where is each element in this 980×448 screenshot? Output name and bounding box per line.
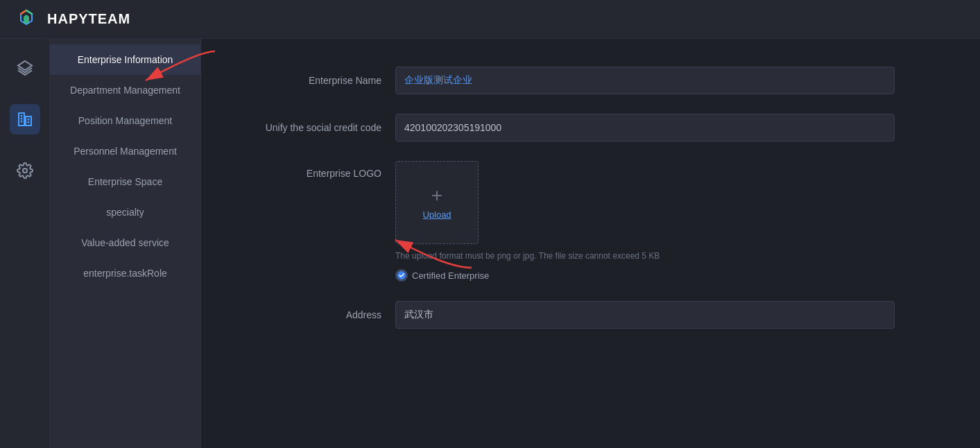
certified-row: Certified Enterprise (395, 269, 660, 282)
main-content: Enterprise Name Unify the social credit … (201, 39, 980, 448)
nav-sidebar: Enterprise Information Department Manage… (50, 39, 201, 448)
header: HAPYTEAM (0, 0, 980, 39)
certified-text: Certified Enterprise (412, 270, 489, 281)
address-row: Address (243, 301, 938, 329)
upload-plus-icon: + (431, 186, 442, 205)
credit-code-label: Unify the social credit code (243, 122, 395, 133)
enterprise-name-label: Enterprise Name (243, 75, 395, 86)
app-title: HAPYTEAM (47, 11, 130, 27)
address-input[interactable] (395, 301, 895, 329)
credit-code-input[interactable] (395, 114, 895, 141)
credit-code-row: Unify the social credit code (243, 114, 938, 141)
nav-item-value-added[interactable]: Value-added service (50, 227, 200, 258)
address-label: Address (243, 309, 395, 320)
nav-item-personnel-mgmt[interactable]: Personnel Management (50, 136, 200, 166)
sidebar-icon-settings[interactable] (10, 155, 40, 186)
certified-check-icon (395, 269, 408, 282)
logo-label: Enterprise LOGO (243, 161, 395, 179)
logo-icon (14, 7, 39, 32)
upload-area[interactable]: + Upload (395, 161, 479, 244)
upload-text[interactable]: Upload (422, 209, 451, 220)
logo-upload-container: + Upload The upload format must be png o… (395, 161, 660, 282)
nav-item-pos-mgmt[interactable]: Position Management (50, 105, 200, 136)
nav-item-specialty[interactable]: specialty (50, 197, 200, 227)
enterprise-name-input[interactable] (395, 67, 895, 94)
nav-item-enterprise-info[interactable]: Enterprise Information (50, 44, 200, 75)
nav-item-enterprise-space[interactable]: Enterprise Space (50, 166, 200, 197)
sidebar-icon-building[interactable] (10, 104, 40, 135)
nav-item-dept-mgmt[interactable]: Department Management (50, 75, 200, 105)
enterprise-name-row: Enterprise Name (243, 67, 938, 94)
logo-row: Enterprise LOGO + Upload The upload form… (243, 161, 938, 282)
upload-hint: The upload format must be png or jpg. Th… (395, 251, 660, 261)
svg-point-8 (23, 169, 27, 173)
icon-sidebar (0, 39, 50, 448)
sidebar-icon-layers[interactable] (10, 53, 40, 83)
nav-item-task-role[interactable]: enterprise.taskRole (50, 258, 200, 288)
